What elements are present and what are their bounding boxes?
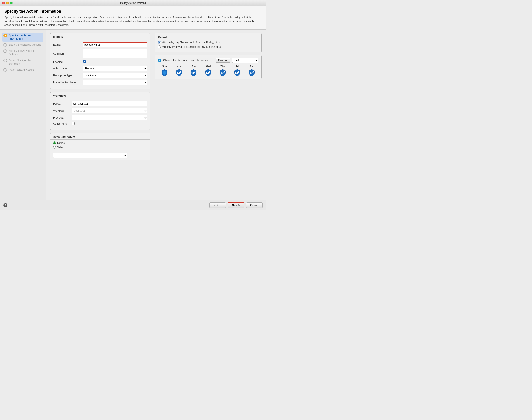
day-col-tue: Tue — [187, 65, 200, 76]
schedule-type-select[interactable]: Full Incremental Differential Cumulative… — [232, 58, 258, 63]
next-button[interactable]: Next > — [228, 202, 244, 208]
day-grid: Sun Mon — [158, 65, 258, 76]
workflow-form: Policy: Workflow: backup-2 — [50, 99, 150, 130]
previous-select[interactable] — [72, 115, 147, 120]
comment-label: Comment: — [53, 52, 83, 55]
weekly-label: Weekly by day (For example Sunday, Frida… — [162, 41, 220, 44]
enabled-label: Enabled: — [53, 60, 83, 63]
name-input[interactable] — [83, 42, 147, 47]
select-radio-row: Select — [53, 146, 147, 149]
maximize-button[interactable] — [10, 2, 13, 4]
sidebar-item-wizard-results[interactable]: Action Wizard Results — [2, 67, 44, 73]
active-step-icon — [3, 34, 7, 37]
inactive-step-icon-3 — [3, 49, 7, 53]
shield-tue[interactable] — [190, 69, 197, 76]
inactive-step-icon-5 — [3, 68, 7, 72]
main-container: Specify the Action Information Specify i… — [0, 6, 266, 210]
shield-fri[interactable] — [233, 69, 241, 76]
schedule-dropdown[interactable] — [53, 153, 127, 158]
backup-subtype-select[interactable]: Traditional Snapshot — [83, 73, 147, 78]
workflow-select[interactable]: backup-2 — [72, 108, 147, 113]
backup-subtype-label: Backup Subtype: — [53, 74, 83, 77]
workflow-section: Workflow Policy: Workflow: — [50, 92, 150, 130]
day-header-sat: Sat — [250, 65, 254, 68]
shield-sat[interactable] — [248, 69, 256, 76]
sidebar-item-label-config-summary: Action Configuration Summary — [9, 59, 42, 65]
monthly-radio-row: Monthly by day (For example 1st day, 5th… — [158, 45, 258, 48]
concurrent-checkbox[interactable] — [72, 122, 75, 125]
action-type-select[interactable]: Backup Restore Duplicate — [83, 66, 147, 71]
define-radio[interactable] — [53, 141, 56, 144]
day-header-thu: Thu — [220, 65, 225, 68]
enabled-row: Enabled: — [53, 60, 147, 64]
page-title: Specify the Action Information — [4, 9, 262, 14]
day-col-wed: Wed — [202, 65, 215, 76]
day-header-fri: Fri — [236, 65, 239, 68]
identity-section-content: Name: Comment: — [50, 40, 150, 89]
select-label: Select — [57, 146, 64, 149]
day-header-mon: Mon — [177, 65, 182, 68]
shield-wed[interactable] — [204, 69, 212, 76]
concurrent-row: Concurrent: — [53, 122, 147, 126]
define-label: Define — [57, 141, 65, 145]
close-button[interactable] — [2, 2, 5, 4]
footer: ? < Back Next > Cancel — [0, 200, 266, 210]
workflow-section-title: Workflow — [50, 92, 150, 99]
footer-right: < Back Next > Cancel — [210, 202, 262, 208]
inactive-step-icon-4 — [3, 59, 7, 62]
force-backup-select[interactable]: Full Incremental Differential — [83, 80, 147, 85]
workflow-select-wrapper: backup-2 — [72, 108, 147, 113]
sidebar-item-label-backup-options: Specify the Backup Options — [9, 43, 41, 47]
shield-thu[interactable] — [219, 69, 227, 76]
day-col-sat: Sat — [245, 65, 258, 76]
day-col-sun: Sun — [158, 65, 171, 76]
name-control — [83, 42, 147, 47]
name-label: Name: — [53, 43, 83, 46]
action-type-row: Action Type: Backup Restore Duplicate — [53, 66, 147, 71]
minimize-button[interactable] — [6, 2, 9, 4]
help-icon[interactable]: ? — [3, 203, 7, 207]
comment-input[interactable] — [83, 49, 147, 58]
comment-control — [83, 49, 147, 59]
backup-subtype-control: Traditional Snapshot — [83, 73, 147, 78]
policy-input[interactable] — [72, 101, 147, 106]
select-schedule-section: Select Schedule Define Select — [50, 133, 150, 160]
footer-left: ? — [3, 203, 7, 207]
back-button[interactable]: < Back — [210, 202, 226, 208]
workflow-label: Workflow: — [53, 109, 72, 112]
identity-section-title: Identity — [50, 33, 150, 40]
cancel-button[interactable]: Cancel — [246, 202, 262, 208]
day-col-mon: Mon — [172, 65, 186, 76]
sidebar-item-backup-options[interactable]: Specify the Backup Options — [2, 42, 44, 48]
sidebar-item-label-action-info: Specify the Action Information — [9, 34, 42, 41]
content-area: Specify the Action Information Specify t… — [0, 30, 266, 200]
concurrent-checkbox-wrapper — [72, 122, 147, 126]
sidebar-item-config-summary[interactable]: Action Configuration Summary — [2, 58, 44, 67]
sidebar-item-label-advanced-options: Specify the Advanced Options — [9, 49, 42, 56]
action-type-control: Backup Restore Duplicate — [83, 66, 147, 71]
sidebar-item-advanced-options[interactable]: Specify the Advanced Options — [2, 48, 44, 57]
enabled-control — [83, 60, 147, 64]
day-col-fri: Fri — [231, 65, 244, 76]
sidebar-item-action-info[interactable]: Specify the Action Information — [2, 33, 44, 42]
select-radio[interactable] — [53, 146, 56, 149]
window-controls — [2, 2, 13, 4]
inactive-step-icon-2 — [3, 43, 7, 47]
shield-sun[interactable] — [161, 69, 168, 76]
enabled-checkbox[interactable] — [83, 60, 86, 63]
day-col-thu: Thu — [216, 65, 229, 76]
make-all-button[interactable]: Make All — [216, 58, 230, 63]
select-schedule-title: Select Schedule — [50, 133, 150, 140]
identity-section: Identity Name: Comment: — [50, 33, 150, 89]
concurrent-label: Concurrent: — [53, 122, 72, 125]
policy-input-wrapper — [72, 101, 147, 106]
title-bar: Policy Action Wizard — [0, 0, 266, 6]
weekly-radio[interactable] — [158, 41, 161, 44]
monthly-radio[interactable] — [158, 45, 161, 48]
period-section: Period Weekly by day (For example Sunday… — [155, 33, 262, 52]
shield-mon[interactable] — [175, 69, 183, 76]
period-title: Period — [158, 36, 258, 39]
monthly-label: Monthly by day (For example 1st day, 5th… — [162, 45, 221, 48]
force-backup-control: Full Incremental Differential — [83, 80, 147, 85]
action-type-label: Action Type: — [53, 67, 83, 70]
